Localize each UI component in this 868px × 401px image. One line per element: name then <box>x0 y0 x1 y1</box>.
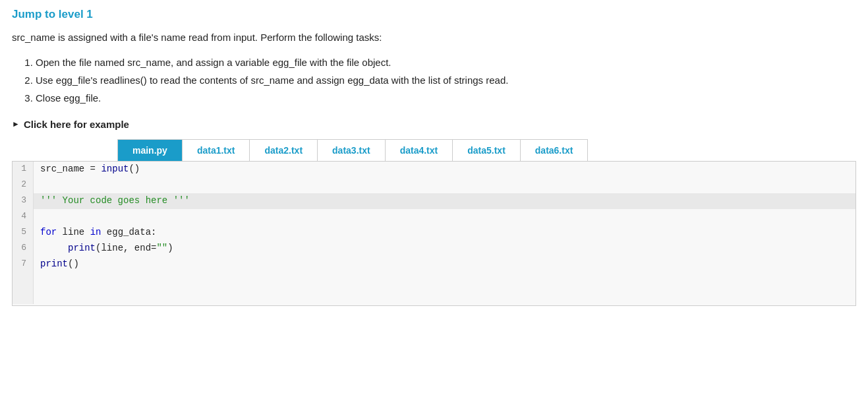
tab-data2-txt[interactable]: data2.txt <box>250 140 318 161</box>
line-content-5: for line in egg_data: <box>34 225 163 241</box>
example-toggle[interactable]: ► Click here for example <box>12 119 856 130</box>
task-item-1: Open the file named src_name, and assign… <box>36 53 856 71</box>
line-content-1: src_name = input() <box>34 162 146 177</box>
task-item-3: Close egg_file. <box>36 89 856 107</box>
file-tabs-container: main.pydata1.txtdata2.txtdata3.txtdata4.… <box>117 139 856 161</box>
tab-data4-txt[interactable]: data4.txt <box>386 140 453 161</box>
code-line-empty <box>13 272 855 288</box>
code-line-3: 3''' Your code goes here ''' <box>13 193 855 209</box>
line-number-2: 2 <box>13 177 34 193</box>
tab-data5-txt[interactable]: data5.txt <box>453 140 521 161</box>
line-number-4: 4 <box>13 209 34 225</box>
tab-data3-txt[interactable]: data3.txt <box>318 140 386 161</box>
line-content-3: ''' Your code goes here ''' <box>34 193 196 209</box>
line-number-3: 3 <box>13 193 34 209</box>
line-number-1: 1 <box>13 162 34 177</box>
code-line-5: 5for line in egg_data: <box>13 225 855 241</box>
tab-data6-txt[interactable]: data6.txt <box>521 140 588 161</box>
code-line-empty <box>13 288 855 304</box>
code-line-6: 6 print(line, end="") <box>13 241 855 257</box>
example-toggle-label: Click here for example <box>24 119 129 130</box>
task-item-2: Use egg_file's readlines() to read the c… <box>36 71 856 89</box>
task-list: Open the file named src_name, and assign… <box>36 53 856 107</box>
code-line-7: 7print() <box>13 257 855 272</box>
tab-data1-txt[interactable]: data1.txt <box>183 140 250 161</box>
line-number-7: 7 <box>13 257 34 272</box>
code-line-1: 1src_name = input() <box>13 162 855 177</box>
jump-to-level-text: Jump to level 1 <box>12 8 93 20</box>
code-line-2: 2 <box>13 177 855 193</box>
arrow-icon: ► <box>12 119 20 129</box>
line-content-2 <box>34 177 52 193</box>
line-content-7: print() <box>34 257 86 272</box>
line-number-6: 6 <box>13 241 34 257</box>
line-content-6: print(line, end="") <box>34 241 180 257</box>
code-line-4: 4 <box>13 209 855 225</box>
code-editor[interactable]: 1src_name = input()2 3''' Your code goes… <box>12 161 856 306</box>
intro-text: src_name is assigned with a file's name … <box>12 30 856 46</box>
file-tabs: main.pydata1.txtdata2.txtdata3.txtdata4.… <box>117 139 588 161</box>
line-content-4 <box>34 209 52 225</box>
tab-main-py[interactable]: main.py <box>118 140 183 161</box>
jump-to-level-link[interactable]: Jump to level 1 <box>12 8 856 21</box>
line-number-5: 5 <box>13 225 34 241</box>
